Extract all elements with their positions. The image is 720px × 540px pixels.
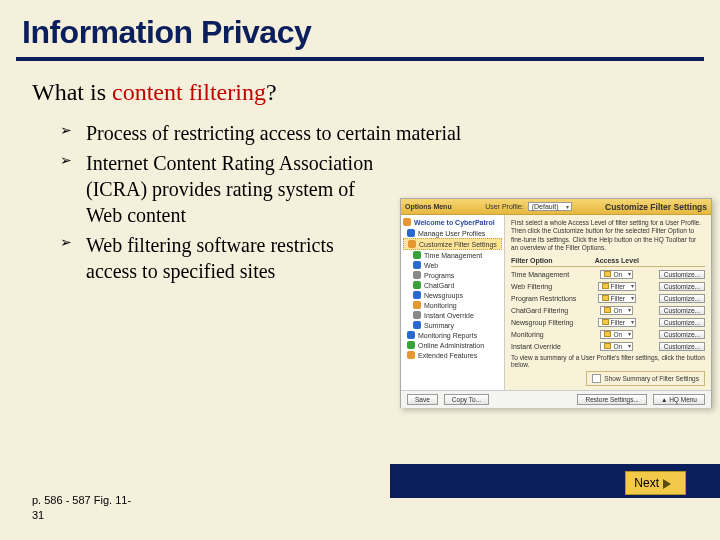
question-post: ? xyxy=(266,79,277,105)
access-level-select[interactable]: Filter xyxy=(598,294,636,303)
tree-welcome: Welcome to CyberPatrol xyxy=(403,218,502,226)
tree-item[interactable]: Monitoring Reports xyxy=(403,330,502,340)
tree-item-label: Extended Features xyxy=(418,352,477,359)
tree-item[interactable]: Extended Features xyxy=(403,350,502,360)
settings-row: Instant OverrideOnCustomize... xyxy=(511,342,705,351)
bullet-item: Internet Content Rating Association (ICR… xyxy=(60,150,380,228)
question-pre: What is xyxy=(32,79,112,105)
title-rule xyxy=(16,57,704,61)
embedded-app-screenshot: Options Menu User Profile: (Default) Cus… xyxy=(400,198,712,408)
settings-row: Program RestrictionsFilterCustomize... xyxy=(511,294,705,303)
copy-to-button[interactable]: Copy To... xyxy=(444,394,489,405)
tree-item[interactable]: Web xyxy=(403,260,502,270)
globe-icon xyxy=(413,261,421,269)
tree-item[interactable]: ChatGard xyxy=(403,280,502,290)
select-value: On xyxy=(613,271,622,278)
tree-item[interactable]: Online Administration xyxy=(403,340,502,350)
panel-title: Customize Filter Settings xyxy=(605,202,707,212)
bullet-item: Process of restricting access to certain… xyxy=(60,120,660,146)
settings-row: Newsgroup FilteringFilterCustomize... xyxy=(511,318,705,327)
customize-button[interactable]: Customize... xyxy=(659,270,705,279)
clock-icon xyxy=(413,251,421,259)
news-icon xyxy=(413,291,421,299)
row-label: Instant Override xyxy=(511,343,587,350)
row-label: Web Filtering xyxy=(511,283,587,290)
slide-question: What is content filtering? xyxy=(0,79,720,120)
row-label: Monitoring xyxy=(511,331,587,338)
footer-line2: 31 xyxy=(32,509,44,521)
customize-button[interactable]: Customize... xyxy=(659,282,705,291)
tree-item-label: Summary xyxy=(424,322,454,329)
folder-icon xyxy=(602,283,609,289)
access-level-select[interactable]: On xyxy=(600,270,633,279)
select-value: On xyxy=(613,331,622,338)
settings-row: ChatGard FilteringOnCustomize... xyxy=(511,306,705,315)
tree-item-label: Time Management xyxy=(424,252,482,259)
access-level-select[interactable]: Filter xyxy=(598,318,636,327)
row-label: Newsgroup Filtering xyxy=(511,319,587,326)
access-level-select[interactable]: On xyxy=(600,330,633,339)
question-highlight: content filtering xyxy=(112,79,266,105)
next-button[interactable]: Next xyxy=(625,471,686,495)
folder-icon xyxy=(408,240,416,248)
pane-intro: First select a whole Access Level of fil… xyxy=(511,219,705,253)
row-label: Program Restrictions xyxy=(511,295,587,302)
tree-item-label: Newsgroups xyxy=(424,292,463,299)
folder-icon xyxy=(602,319,609,325)
folder-icon xyxy=(604,307,611,313)
restore-settings-button[interactable]: Restore Settings... xyxy=(577,394,646,405)
tree-item[interactable]: Time Management xyxy=(403,250,502,260)
hq-menu-button[interactable]: ▲ HQ Menu xyxy=(653,394,705,405)
tree-item-label: Monitoring xyxy=(424,302,457,309)
slide-footer: p. 586 - 587 Fig. 11- 31 xyxy=(32,493,131,522)
bottom-button-bar: Save Copy To... Restore Settings... ▲ HQ… xyxy=(401,390,711,408)
access-level-select[interactable]: On xyxy=(600,342,633,351)
footer-line1: p. 586 - 587 Fig. 11- xyxy=(32,494,131,506)
tree-item[interactable]: Monitoring xyxy=(403,300,502,310)
hq-menu-label: HQ Menu xyxy=(669,396,697,403)
customize-button[interactable]: Customize... xyxy=(659,342,705,351)
tree-item-selected[interactable]: Customize Filter Settings xyxy=(403,238,502,250)
chat-icon xyxy=(413,281,421,289)
tree-item-label: Monitoring Reports xyxy=(418,332,477,339)
bullet-item: Web filtering software restricts access … xyxy=(60,232,380,284)
settings-row: Time ManagementOnCustomize... xyxy=(511,270,705,279)
access-level-select[interactable]: On xyxy=(600,306,633,315)
app-toolbar: Options Menu User Profile: (Default) Cus… xyxy=(401,199,711,215)
select-value: Filter xyxy=(611,295,625,302)
options-menu-label[interactable]: Options Menu xyxy=(405,203,452,210)
tree-item[interactable]: Instant Override xyxy=(403,310,502,320)
profile-select[interactable]: (Default) xyxy=(528,202,572,211)
tree-item-label: Online Administration xyxy=(418,342,484,349)
tree-item-label: Manage User Profiles xyxy=(418,230,485,237)
select-value: Filter xyxy=(611,319,625,326)
customize-button[interactable]: Customize... xyxy=(659,306,705,315)
tree-item-label: ChatGard xyxy=(424,282,454,289)
folder-icon xyxy=(604,343,611,349)
profile-label: User Profile: xyxy=(485,203,524,210)
home-icon xyxy=(403,218,411,226)
settings-row: Web FilteringFilterCustomize... xyxy=(511,282,705,291)
save-button[interactable]: Save xyxy=(407,394,438,405)
show-summary-button[interactable]: Show Summary of Filter Settings xyxy=(586,371,705,386)
lock-icon xyxy=(413,311,421,319)
tree-welcome-label: Welcome to CyberPatrol xyxy=(414,219,495,226)
tree-item[interactable]: Summary xyxy=(403,320,502,330)
customize-button[interactable]: Customize... xyxy=(659,330,705,339)
tree-item[interactable]: Programs xyxy=(403,270,502,280)
tree-item-label: Programs xyxy=(424,272,454,279)
tree-item[interactable]: Manage User Profiles xyxy=(403,228,502,238)
folder-icon xyxy=(604,271,611,277)
next-label: Next xyxy=(634,476,659,490)
access-level-select[interactable]: Filter xyxy=(598,282,636,291)
customize-button[interactable]: Customize... xyxy=(659,294,705,303)
select-value: On xyxy=(613,343,622,350)
tree-item[interactable]: Newsgroups xyxy=(403,290,502,300)
report-icon xyxy=(407,331,415,339)
eye-icon xyxy=(413,301,421,309)
tree-item-label: Customize Filter Settings xyxy=(419,241,497,248)
nav-tree: Welcome to CyberPatrol Manage User Profi… xyxy=(401,215,505,390)
select-value: Filter xyxy=(611,283,625,290)
customize-button[interactable]: Customize... xyxy=(659,318,705,327)
arrow-right-icon xyxy=(663,479,671,489)
